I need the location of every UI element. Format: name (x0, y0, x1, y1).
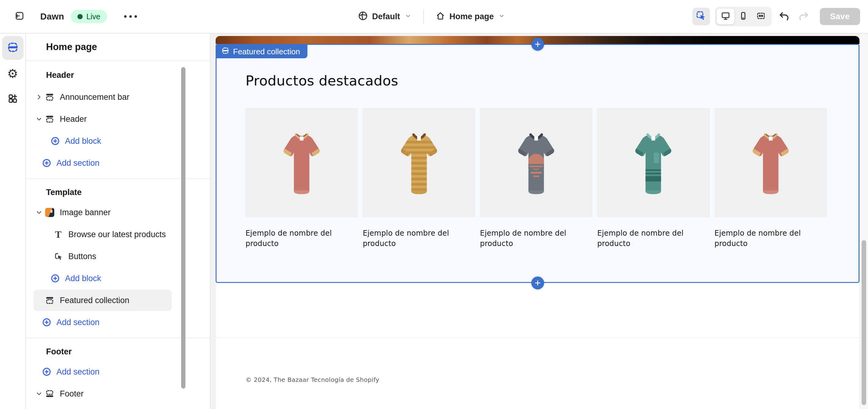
chevron-right-icon[interactable] (35, 93, 43, 101)
footer-section-icon (45, 389, 55, 398)
sidebar-scrollbar[interactable] (181, 67, 185, 388)
rail-sections-button[interactable] (2, 36, 24, 60)
product-name: Ejemplo de nombre del producto (363, 228, 475, 249)
undo-button[interactable] (776, 8, 792, 24)
section-badge-icon (221, 47, 229, 57)
preview-scrollbar[interactable] (862, 240, 866, 405)
product-item[interactable]: Ejemplo de nombre del producto (715, 108, 827, 249)
rail-apps-button[interactable] (2, 87, 24, 111)
plus-circle-icon (50, 274, 60, 283)
section-icon (45, 114, 55, 124)
footer-divider (216, 337, 860, 338)
topbar-divider (423, 9, 424, 24)
inspector-toggle-button[interactable] (692, 8, 710, 25)
product-image-card[interactable] (246, 108, 358, 217)
product-image-card[interactable] (715, 108, 827, 217)
desktop-icon (721, 11, 731, 22)
save-button[interactable]: Save (820, 8, 860, 25)
product-image-card[interactable] (363, 108, 475, 217)
text-block-icon: T (53, 230, 63, 239)
redo-icon (799, 10, 809, 23)
sections-sidebar: Home page Header Announcement bar (26, 34, 211, 409)
gear-icon: ⚙ (7, 67, 18, 80)
mobile-preview-button[interactable] (735, 8, 752, 24)
plus-circle-icon (50, 137, 60, 146)
plus-circle-icon (42, 158, 52, 168)
inspect-cursor-icon (696, 11, 706, 22)
fullwidth-preview-button[interactable] (752, 8, 770, 24)
chevron-down-icon[interactable] (35, 208, 43, 216)
editor-rail: ⚙ (0, 34, 26, 409)
collection-heading: Productos destacados (246, 72, 398, 89)
redo-button[interactable] (796, 8, 812, 24)
cursor-select-icon (53, 252, 63, 261)
page-selector[interactable]: Home page (433, 11, 508, 22)
section-icon (45, 296, 55, 305)
footer-copyright: © 2024, The Bazaar Tecnología de Shopify (246, 376, 379, 383)
storefront-page: Featured collection Productos destacados… (216, 36, 860, 409)
product-name: Ejemplo de nombre del producto (715, 228, 827, 249)
live-status-badge: Live (71, 10, 107, 23)
image-banner-thumbnail (45, 208, 55, 217)
section-badge[interactable]: Featured collection (217, 45, 307, 58)
undo-icon (778, 10, 789, 23)
chevron-down-icon[interactable] (35, 115, 43, 123)
exit-editor-button[interactable] (11, 8, 28, 25)
smartphone-icon (738, 11, 748, 22)
page-label: Home page (449, 12, 494, 21)
theme-name: Dawn (40, 11, 64, 22)
apps-icon (7, 93, 18, 105)
product-name: Ejemplo de nombre del producto (597, 228, 709, 249)
home-icon (435, 11, 445, 22)
product-item[interactable]: Ejemplo de nombre del producto (597, 108, 709, 249)
add-section-below-button[interactable] (531, 276, 544, 289)
sidebar-title: Home page (26, 34, 210, 61)
sections-icon (7, 41, 19, 54)
plus-circle-icon (42, 367, 52, 376)
desktop-preview-button[interactable] (717, 8, 735, 24)
live-dot-icon (78, 14, 83, 19)
product-name: Ejemplo de nombre del producto (480, 228, 592, 249)
plus-circle-icon (42, 318, 52, 327)
product-image-card[interactable] (597, 108, 709, 217)
chevron-down-icon[interactable] (35, 390, 43, 398)
add-section-above-button[interactable] (531, 38, 544, 51)
section-badge-label: Featured collection (233, 47, 300, 56)
rail-theme-settings-button[interactable]: ⚙ (2, 62, 24, 85)
locale-label: Default (372, 12, 400, 21)
live-label: Live (86, 12, 100, 21)
product-item[interactable]: Ejemplo de nombre del producto (480, 108, 592, 249)
theme-preview-canvas: Featured collection Productos destacados… (211, 34, 868, 409)
product-grid: Ejemplo de nombre del producto Ejemplo d… (246, 108, 827, 249)
locale-selector[interactable]: Default (355, 11, 414, 22)
device-preview-segmented-control (715, 7, 772, 26)
more-menu-icon[interactable] (121, 12, 140, 21)
product-name: Ejemplo de nombre del producto (246, 228, 358, 249)
product-image-card[interactable] (480, 108, 592, 217)
section-icon (45, 92, 55, 101)
globe-icon (358, 11, 368, 22)
chevron-down-icon (498, 12, 505, 21)
exit-icon (14, 10, 25, 23)
product-item[interactable]: Ejemplo de nombre del producto (363, 108, 475, 249)
add-block-link[interactable]: Add block (26, 405, 210, 409)
chevron-down-icon (404, 12, 411, 21)
top-bar: Dawn Live Default (0, 0, 868, 34)
product-item[interactable]: Ejemplo de nombre del producto (246, 108, 358, 249)
resize-width-icon (756, 11, 766, 22)
